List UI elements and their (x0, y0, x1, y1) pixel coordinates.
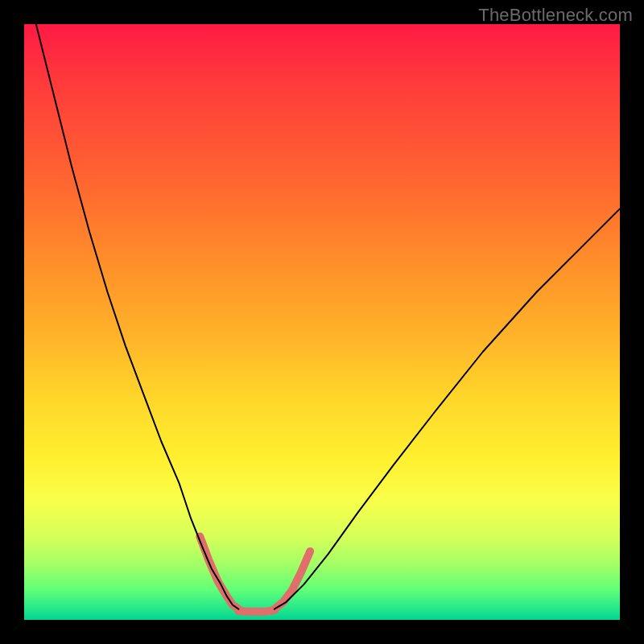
pink-curve-right (275, 551, 310, 609)
curve-layer (24, 24, 620, 620)
pink-floor (238, 610, 274, 611)
watermark-text: TheBottleneck.com (478, 5, 633, 26)
pink-curve-left (200, 536, 238, 609)
chart-stage: TheBottleneck.com (0, 0, 644, 644)
black-curve-right (275, 208, 620, 609)
plot-area (24, 24, 620, 620)
black-curve-left (36, 24, 239, 609)
